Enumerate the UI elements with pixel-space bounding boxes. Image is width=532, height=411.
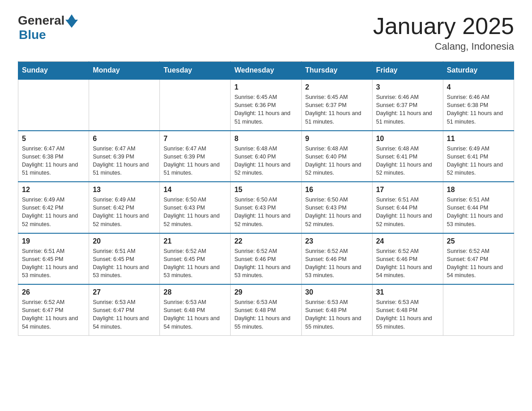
- day-info: Sunrise: 6:53 AM Sunset: 6:48 PM Dayligh…: [376, 298, 439, 331]
- logo: General Blue: [18, 13, 78, 42]
- calendar-cell: 10Sunrise: 6:48 AM Sunset: 6:41 PM Dayli…: [372, 131, 443, 182]
- calendar-cell: [89, 79, 160, 131]
- day-number: 15: [234, 186, 297, 194]
- day-info: Sunrise: 6:46 AM Sunset: 6:38 PM Dayligh…: [447, 93, 510, 126]
- calendar-week-1: 1Sunrise: 6:45 AM Sunset: 6:36 PM Daylig…: [18, 79, 514, 131]
- calendar-cell: 17Sunrise: 6:51 AM Sunset: 6:44 PM Dayli…: [372, 182, 443, 233]
- day-number: 17: [376, 186, 439, 194]
- month-title: January 2025: [373, 13, 514, 39]
- day-info: Sunrise: 6:48 AM Sunset: 6:41 PM Dayligh…: [376, 145, 439, 177]
- day-number: 16: [305, 186, 369, 194]
- calendar-table: SundayMondayTuesdayWednesdayThursdayFrid…: [18, 61, 514, 336]
- day-info: Sunrise: 6:49 AM Sunset: 6:41 PM Dayligh…: [447, 145, 510, 177]
- calendar-cell: 8Sunrise: 6:48 AM Sunset: 6:40 PM Daylig…: [231, 131, 301, 182]
- calendar-week-3: 12Sunrise: 6:49 AM Sunset: 6:42 PM Dayli…: [18, 182, 514, 233]
- calendar-cell: 13Sunrise: 6:49 AM Sunset: 6:42 PM Dayli…: [89, 182, 160, 233]
- day-info: Sunrise: 6:53 AM Sunset: 6:48 PM Dayligh…: [305, 298, 369, 331]
- day-number: 4: [447, 83, 510, 91]
- weekday-header-tuesday: Tuesday: [160, 62, 231, 80]
- calendar-cell: 3Sunrise: 6:46 AM Sunset: 6:37 PM Daylig…: [372, 79, 443, 131]
- calendar-cell: 24Sunrise: 6:52 AM Sunset: 6:46 PM Dayli…: [372, 233, 443, 285]
- day-info: Sunrise: 6:49 AM Sunset: 6:42 PM Dayligh…: [22, 196, 85, 228]
- day-info: Sunrise: 6:52 AM Sunset: 6:47 PM Dayligh…: [447, 247, 510, 280]
- day-number: 14: [163, 186, 227, 194]
- title-block: January 2025 Calang, Indonesia: [373, 13, 514, 52]
- calendar-cell: 6Sunrise: 6:47 AM Sunset: 6:39 PM Daylig…: [89, 131, 160, 182]
- calendar-cell: 25Sunrise: 6:52 AM Sunset: 6:47 PM Dayli…: [443, 233, 514, 285]
- day-number: 31: [376, 288, 439, 296]
- calendar-cell: 14Sunrise: 6:50 AM Sunset: 6:43 PM Dayli…: [160, 182, 231, 233]
- calendar-cell: 30Sunrise: 6:53 AM Sunset: 6:48 PM Dayli…: [301, 284, 372, 335]
- day-info: Sunrise: 6:48 AM Sunset: 6:40 PM Dayligh…: [234, 145, 297, 177]
- day-number: 27: [93, 288, 156, 296]
- day-info: Sunrise: 6:52 AM Sunset: 6:46 PM Dayligh…: [305, 247, 369, 280]
- calendar-cell: 21Sunrise: 6:52 AM Sunset: 6:45 PM Dayli…: [160, 233, 231, 285]
- day-info: Sunrise: 6:48 AM Sunset: 6:40 PM Dayligh…: [305, 145, 369, 177]
- day-number: 12: [22, 186, 85, 194]
- calendar-cell: 9Sunrise: 6:48 AM Sunset: 6:40 PM Daylig…: [301, 131, 372, 182]
- day-number: 29: [234, 288, 297, 296]
- weekday-header-sunday: Sunday: [18, 62, 89, 80]
- day-info: Sunrise: 6:52 AM Sunset: 6:46 PM Dayligh…: [376, 247, 439, 280]
- calendar-cell: 11Sunrise: 6:49 AM Sunset: 6:41 PM Dayli…: [443, 131, 514, 182]
- day-number: 3: [376, 83, 439, 91]
- day-number: 25: [447, 237, 510, 245]
- calendar-cell: 31Sunrise: 6:53 AM Sunset: 6:48 PM Dayli…: [372, 284, 443, 335]
- calendar-cell: 7Sunrise: 6:47 AM Sunset: 6:39 PM Daylig…: [160, 131, 231, 182]
- logo-general-text: General: [18, 13, 64, 28]
- day-info: Sunrise: 6:47 AM Sunset: 6:38 PM Dayligh…: [22, 145, 85, 177]
- day-number: 19: [22, 237, 85, 245]
- day-number: 28: [163, 288, 227, 296]
- page-header: General Blue January 2025 Calang, Indone…: [18, 13, 514, 52]
- day-number: 21: [163, 237, 227, 245]
- day-info: Sunrise: 6:52 AM Sunset: 6:45 PM Dayligh…: [163, 247, 227, 280]
- day-number: 26: [22, 288, 85, 296]
- weekday-header-row: SundayMondayTuesdayWednesdayThursdayFrid…: [18, 62, 514, 80]
- day-number: 11: [447, 135, 510, 143]
- calendar-week-5: 26Sunrise: 6:52 AM Sunset: 6:47 PM Dayli…: [18, 284, 514, 335]
- day-number: 10: [376, 135, 439, 143]
- day-number: 18: [447, 186, 510, 194]
- day-info: Sunrise: 6:51 AM Sunset: 6:45 PM Dayligh…: [22, 247, 85, 280]
- weekday-header-monday: Monday: [89, 62, 160, 80]
- day-info: Sunrise: 6:50 AM Sunset: 6:43 PM Dayligh…: [163, 196, 227, 228]
- day-info: Sunrise: 6:47 AM Sunset: 6:39 PM Dayligh…: [163, 145, 227, 177]
- day-number: 20: [93, 237, 156, 245]
- weekday-header-thursday: Thursday: [301, 62, 372, 80]
- calendar-cell: 4Sunrise: 6:46 AM Sunset: 6:38 PM Daylig…: [443, 79, 514, 131]
- day-info: Sunrise: 6:51 AM Sunset: 6:44 PM Dayligh…: [447, 196, 510, 228]
- day-info: Sunrise: 6:51 AM Sunset: 6:45 PM Dayligh…: [93, 247, 156, 280]
- day-info: Sunrise: 6:52 AM Sunset: 6:46 PM Dayligh…: [234, 247, 297, 280]
- day-info: Sunrise: 6:46 AM Sunset: 6:37 PM Dayligh…: [376, 93, 439, 126]
- calendar-cell: [443, 284, 514, 335]
- calendar-week-2: 5Sunrise: 6:47 AM Sunset: 6:38 PM Daylig…: [18, 131, 514, 182]
- day-number: 2: [305, 83, 369, 91]
- day-info: Sunrise: 6:51 AM Sunset: 6:44 PM Dayligh…: [376, 196, 439, 228]
- calendar-cell: 2Sunrise: 6:45 AM Sunset: 6:37 PM Daylig…: [301, 79, 372, 131]
- calendar-cell: 19Sunrise: 6:51 AM Sunset: 6:45 PM Dayli…: [18, 233, 89, 285]
- calendar-cell: 16Sunrise: 6:50 AM Sunset: 6:43 PM Dayli…: [301, 182, 372, 233]
- calendar-cell: 20Sunrise: 6:51 AM Sunset: 6:45 PM Dayli…: [89, 233, 160, 285]
- day-number: 6: [93, 135, 156, 143]
- day-number: 30: [305, 288, 369, 296]
- day-number: 9: [305, 135, 369, 143]
- calendar-cell: 12Sunrise: 6:49 AM Sunset: 6:42 PM Dayli…: [18, 182, 89, 233]
- day-number: 8: [234, 135, 297, 143]
- day-info: Sunrise: 6:50 AM Sunset: 6:43 PM Dayligh…: [305, 196, 369, 228]
- day-info: Sunrise: 6:45 AM Sunset: 6:36 PM Dayligh…: [234, 93, 297, 126]
- calendar-cell: 23Sunrise: 6:52 AM Sunset: 6:46 PM Dayli…: [301, 233, 372, 285]
- day-info: Sunrise: 6:53 AM Sunset: 6:47 PM Dayligh…: [93, 298, 156, 331]
- day-info: Sunrise: 6:52 AM Sunset: 6:47 PM Dayligh…: [22, 298, 85, 331]
- day-number: 1: [234, 83, 297, 91]
- weekday-header-friday: Friday: [372, 62, 443, 80]
- calendar-cell: 27Sunrise: 6:53 AM Sunset: 6:47 PM Dayli…: [89, 284, 160, 335]
- calendar-cell: 5Sunrise: 6:47 AM Sunset: 6:38 PM Daylig…: [18, 131, 89, 182]
- day-number: 5: [22, 135, 85, 143]
- day-number: 7: [163, 135, 227, 143]
- day-number: 22: [234, 237, 297, 245]
- calendar-cell: 15Sunrise: 6:50 AM Sunset: 6:43 PM Dayli…: [231, 182, 301, 233]
- calendar-cell: [18, 79, 89, 131]
- calendar-cell: [160, 79, 231, 131]
- day-info: Sunrise: 6:53 AM Sunset: 6:48 PM Dayligh…: [163, 298, 227, 331]
- day-info: Sunrise: 6:50 AM Sunset: 6:43 PM Dayligh…: [234, 196, 297, 228]
